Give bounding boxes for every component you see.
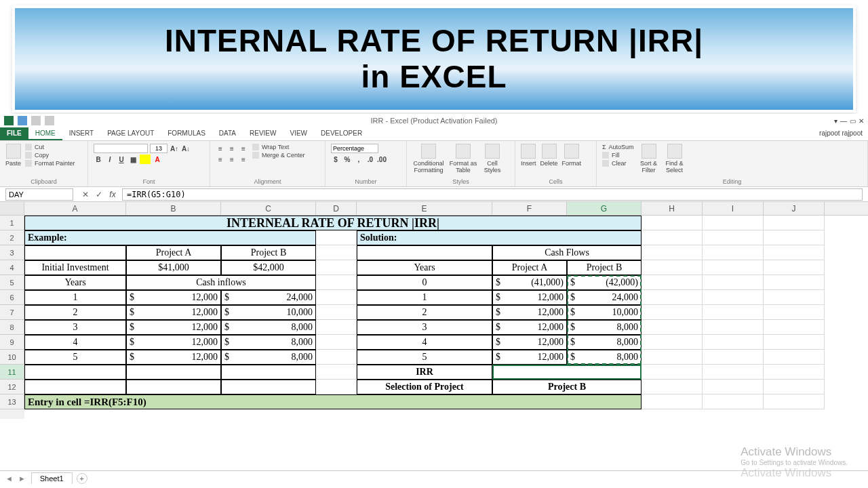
blank-I13[interactable] (703, 394, 764, 409)
column-header-C[interactable]: C (221, 202, 316, 215)
c11[interactable] (221, 365, 316, 380)
name-box[interactable]: DAY (5, 188, 73, 201)
column-header-H[interactable]: H (642, 202, 703, 215)
fill-button[interactable]: Fill (602, 152, 634, 159)
blank-I12[interactable] (703, 380, 764, 394)
maximize-icon[interactable]: ▭ (850, 117, 856, 125)
sol-b-9[interactable]: $8,000 (567, 335, 642, 350)
merge-center-button[interactable]: Merge & Center (252, 152, 305, 159)
tab-page-layout[interactable]: PAGE LAYOUT (100, 127, 161, 140)
delete-cells-button[interactable]: Delete (540, 144, 558, 167)
fill-color-button[interactable] (140, 155, 151, 164)
year-2[interactable]: 2 (24, 305, 126, 320)
blank-I5[interactable] (703, 275, 764, 290)
dec-decimal-icon[interactable]: .00 (377, 155, 387, 164)
autosum-button[interactable]: ΣAutoSum (602, 144, 634, 150)
blank-D10[interactable] (316, 350, 357, 365)
sol-a-8[interactable]: $12,000 (492, 320, 567, 335)
increase-font-icon[interactable]: A↑ (170, 144, 179, 153)
blank-H11[interactable] (642, 365, 703, 380)
proj-a-hdr[interactable]: Project A (126, 245, 221, 260)
left-b-6[interactable]: $24,000 (221, 290, 316, 305)
number-format-select[interactable] (331, 144, 378, 153)
sort-filter-button[interactable]: Sort & Filter (638, 144, 660, 174)
select-all-button[interactable] (0, 202, 24, 215)
init-inv-label[interactable]: Initial Investment (24, 260, 126, 275)
sol-proj-a-hdr[interactable]: Project A (492, 260, 567, 275)
sol-a-10[interactable]: $12,000 (492, 350, 567, 365)
blank-D12[interactable] (316, 380, 357, 394)
insert-cells-button[interactable]: Insert (521, 144, 536, 167)
blank-H7[interactable] (642, 305, 703, 320)
blank-J10[interactable] (764, 350, 825, 365)
cash-flows-hdr[interactable]: Cash Flows (492, 245, 642, 260)
sol-b-6[interactable]: $24,000 (567, 290, 642, 305)
align-right-icon[interactable]: ≡ (239, 155, 248, 164)
column-header-D[interactable]: D (316, 202, 357, 215)
b12[interactable] (126, 380, 221, 394)
b11[interactable] (126, 365, 221, 380)
enter-formula-icon[interactable]: ✓ (94, 190, 104, 199)
blank-D9[interactable] (316, 335, 357, 350)
inc-decimal-icon[interactable]: .0 (366, 155, 375, 164)
blank-D5[interactable] (316, 275, 357, 290)
conditional-formatting-button[interactable]: Conditional Formatting (412, 144, 445, 174)
sol-b-10[interactable]: $8,000 (567, 350, 642, 365)
blank-I7[interactable] (703, 305, 764, 320)
blank-J12[interactable] (764, 380, 825, 394)
align-center-icon[interactable]: ≡ (227, 155, 237, 164)
cell-e3[interactable] (357, 245, 492, 260)
currency-icon[interactable]: $ (331, 155, 340, 164)
selection-label[interactable]: Selection of Project (357, 380, 492, 394)
wrap-text-button[interactable]: Wrap Text (252, 144, 305, 150)
irr-label[interactable]: IRR (357, 365, 492, 380)
user-name-label[interactable]: rajpoot rajpoot (814, 127, 868, 140)
decrease-font-icon[interactable]: A↓ (181, 144, 191, 153)
font-name-input[interactable] (94, 144, 148, 153)
sol-year-0[interactable]: 0 (357, 275, 492, 290)
format-cells-button[interactable]: Format (562, 144, 582, 167)
years-label[interactable]: Years (24, 275, 126, 290)
blank-I6[interactable] (703, 290, 764, 305)
blank-D6[interactable] (316, 290, 357, 305)
blank-H2[interactable] (642, 230, 703, 245)
bold-button[interactable]: B (94, 155, 103, 164)
sol-year-2[interactable]: 2 (357, 305, 492, 320)
column-header-I[interactable]: I (703, 202, 764, 215)
tab-home[interactable]: HOME (28, 127, 62, 140)
blank-I3[interactable] (703, 245, 764, 260)
redo-icon[interactable] (45, 116, 54, 125)
tab-developer[interactable]: DEVELOPER (314, 127, 369, 140)
blank-H12[interactable] (642, 380, 703, 394)
font-size-input[interactable] (150, 144, 167, 153)
blank-D2[interactable] (316, 230, 357, 245)
row-header-7[interactable]: 7 (0, 305, 24, 320)
format-table-button[interactable]: Format as Table (449, 144, 477, 174)
row-header-11[interactable]: 11 (0, 365, 24, 380)
sheet-tab-1[interactable]: Sheet1 (31, 472, 73, 484)
example-label[interactable]: Example: (24, 230, 316, 245)
blank-J6[interactable] (764, 290, 825, 305)
blank-J2[interactable] (764, 230, 825, 245)
blank-J13[interactable] (764, 394, 825, 409)
blank-H4[interactable] (642, 260, 703, 275)
blank-J4[interactable] (764, 260, 825, 275)
sol-b-7[interactable]: $10,000 (567, 305, 642, 320)
left-b-9[interactable]: $8,000 (221, 335, 316, 350)
font-color-button[interactable]: A (153, 155, 162, 164)
sol-a-9[interactable]: $12,000 (492, 335, 567, 350)
align-mid-icon[interactable]: ≡ (227, 144, 237, 153)
row-header-5[interactable]: 5 (0, 275, 24, 290)
blank-I9[interactable] (703, 335, 764, 350)
sol-a-5[interactable]: $(41,000) (492, 275, 567, 290)
column-header-G[interactable]: G (567, 202, 642, 215)
blank-J1[interactable] (764, 216, 825, 230)
blank-D8[interactable] (316, 320, 357, 335)
underline-button[interactable]: U (117, 155, 126, 164)
blank-I8[interactable] (703, 320, 764, 335)
blank-D11[interactable] (316, 365, 357, 380)
blank-D3[interactable] (316, 245, 357, 260)
tab-data[interactable]: DATA (212, 127, 243, 140)
clear-button[interactable]: Clear (602, 160, 634, 167)
blank-I11[interactable] (703, 365, 764, 380)
